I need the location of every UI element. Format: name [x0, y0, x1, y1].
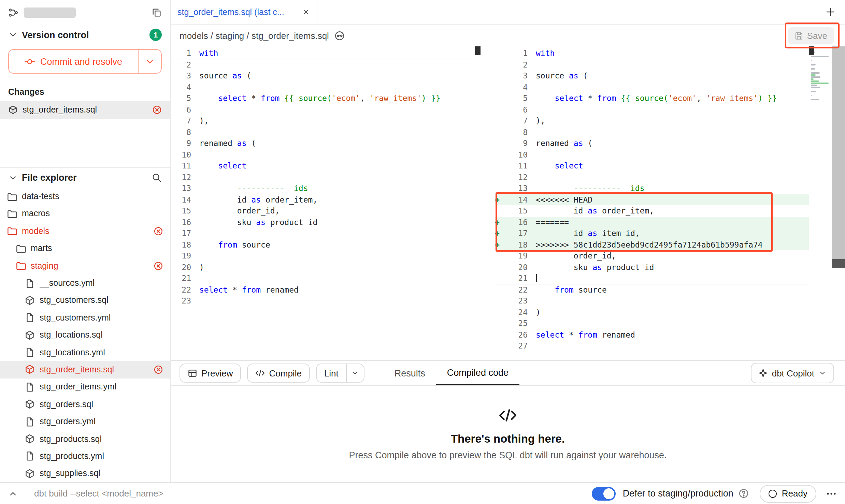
- code-line[interactable]: 11 select: [495, 160, 809, 172]
- code-line[interactable]: 25: [495, 318, 809, 329]
- code-line[interactable]: +14<<<<<<< HEAD: [495, 194, 809, 205]
- commit-button-caret[interactable]: [138, 50, 161, 73]
- file-tree-item[interactable]: __sources.yml: [0, 275, 170, 292]
- code-line[interactable]: 2: [495, 59, 809, 70]
- scrollbar-thumb[interactable]: [832, 259, 845, 268]
- file-tree-item[interactable]: stg_locations.sql: [0, 326, 170, 344]
- file-tree-item[interactable]: stg_orders.yml: [0, 413, 170, 430]
- save-button[interactable]: Save: [788, 27, 834, 44]
- code-line[interactable]: 22select * from renamed: [171, 284, 474, 295]
- tab-compiled-code[interactable]: Compiled code: [436, 361, 519, 385]
- code-line[interactable]: 12: [171, 172, 474, 183]
- compile-button[interactable]: Compile: [247, 364, 310, 383]
- code-line[interactable]: 5 select * from {{ source('ecom', 'raw_i…: [171, 93, 474, 104]
- tab-stg-order-items[interactable]: stg_order_items.sql (last c...: [171, 0, 317, 24]
- code-line[interactable]: 14 id as order_item,: [171, 194, 474, 205]
- code-line[interactable]: 4: [495, 81, 809, 93]
- code-line[interactable]: 21: [171, 273, 474, 284]
- code-line[interactable]: 1with: [495, 48, 809, 59]
- file-tree-item[interactable]: data-tests: [0, 188, 170, 205]
- circle-x-icon[interactable]: [152, 105, 162, 115]
- file-explorer-header[interactable]: File explorer: [0, 167, 170, 188]
- code-line[interactable]: 3source as (: [495, 70, 809, 81]
- code-line[interactable]: 12: [495, 172, 809, 183]
- code-line[interactable]: 7),: [495, 115, 809, 127]
- preview-button[interactable]: Preview: [180, 364, 241, 383]
- code-line[interactable]: 10: [171, 149, 474, 160]
- copy-icon[interactable]: [152, 7, 162, 17]
- code-line[interactable]: +18>>>>>>> 58c1dd23d5eebd9cd2495fa7124ab…: [495, 239, 809, 250]
- code-line[interactable]: 10: [495, 149, 809, 160]
- editor-pane-left[interactable]: 1with23source as (45 select * from {{ so…: [171, 46, 474, 360]
- code-line[interactable]: 1with: [171, 48, 474, 59]
- file-tree-item[interactable]: models: [0, 222, 170, 240]
- code-line[interactable]: 15 order_id,: [171, 205, 474, 217]
- code-line[interactable]: +16=======: [495, 217, 809, 228]
- file-tree-item[interactable]: stg_order_items.sql: [0, 361, 170, 379]
- more-options-icon[interactable]: [826, 488, 837, 499]
- code-line[interactable]: 15 id as order_item,: [495, 205, 809, 217]
- code-line[interactable]: 23: [495, 295, 809, 307]
- lineage-icon[interactable]: [334, 30, 345, 41]
- file-tree-item[interactable]: marts: [0, 240, 170, 257]
- file-tree-item[interactable]: stg_products.sql: [0, 430, 170, 448]
- code-line[interactable]: 19 order_id,: [495, 250, 809, 262]
- code-line[interactable]: 11 select: [171, 160, 474, 172]
- file-tree-item[interactable]: staging: [0, 257, 170, 275]
- close-icon[interactable]: [302, 8, 310, 16]
- lint-dropdown-caret[interactable]: [346, 364, 364, 382]
- version-control-header[interactable]: Version control 1: [0, 25, 170, 45]
- minimap-slider[interactable]: [809, 46, 814, 55]
- code-line[interactable]: 23: [171, 295, 474, 307]
- code-line[interactable]: 21: [495, 273, 809, 284]
- tab-results[interactable]: Results: [384, 361, 436, 385]
- code-line[interactable]: 17: [171, 228, 474, 239]
- commit-button-main[interactable]: Commit and resolve: [9, 50, 138, 73]
- code-line[interactable]: 8: [495, 127, 809, 138]
- file-tree-item[interactable]: stg_products.yml: [0, 447, 170, 465]
- code-line[interactable]: 4: [171, 81, 474, 93]
- code-line[interactable]: +17 id as item_id,: [495, 228, 809, 239]
- minimap[interactable]: [809, 46, 832, 360]
- code-line[interactable]: 3source as (: [171, 70, 474, 81]
- vertical-scrollbar[interactable]: [832, 46, 845, 360]
- file-tree-item[interactable]: stg_customers.yml: [0, 309, 170, 326]
- code-line[interactable]: 6: [171, 104, 474, 115]
- code-line[interactable]: 6: [495, 104, 809, 115]
- code-line[interactable]: 2: [171, 59, 474, 70]
- pane-divider[interactable]: [474, 46, 481, 360]
- file-tree-item[interactable]: stg_orders.sql: [0, 396, 170, 413]
- code-line[interactable]: 5 select * from {{ source('ecom', 'raw_i…: [495, 93, 809, 104]
- lint-button[interactable]: Lint: [317, 364, 346, 382]
- circle-x-icon[interactable]: [154, 261, 163, 270]
- file-tree-item[interactable]: stg_supplies.sql: [0, 465, 170, 482]
- left-scrollbar-thumb[interactable]: [475, 46, 481, 55]
- code-line[interactable]: 20): [171, 262, 474, 273]
- file-tree-item[interactable]: stg_order_items.yml: [0, 378, 170, 396]
- dbt-copilot-button[interactable]: dbt Copilot: [751, 363, 834, 383]
- new-tab-icon[interactable]: [825, 7, 835, 17]
- circle-x-icon[interactable]: [154, 365, 163, 374]
- code-line[interactable]: 13 ---------- ids: [495, 183, 809, 194]
- code-line[interactable]: 9renamed as (: [171, 138, 474, 149]
- code-line[interactable]: 13 ---------- ids: [171, 183, 474, 194]
- file-tree-item[interactable]: stg_locations.yml: [0, 344, 170, 361]
- code-line[interactable]: 22 from source: [495, 284, 809, 295]
- defer-toggle[interactable]: [592, 487, 616, 500]
- code-line[interactable]: 20 sku as product_id: [495, 262, 809, 273]
- code-line[interactable]: 27: [495, 340, 809, 352]
- code-line[interactable]: 7),: [171, 115, 474, 127]
- search-icon[interactable]: [152, 173, 162, 183]
- file-tree-item[interactable]: stg_customers.sql: [0, 292, 170, 309]
- help-icon[interactable]: [739, 488, 749, 499]
- file-tree-item[interactable]: macros: [0, 205, 170, 223]
- code-line[interactable]: 18 from source: [171, 239, 474, 250]
- expand-command-bar-icon[interactable]: [8, 489, 18, 498]
- scrollbar-track[interactable]: [832, 46, 845, 268]
- code-line[interactable]: 24): [495, 307, 809, 318]
- code-line[interactable]: 9renamed as (: [495, 138, 809, 149]
- editor-pane-right[interactable]: 1with 2 3source as ( 4 5 select * from {…: [481, 46, 809, 360]
- ide-status-pill[interactable]: Ready: [760, 485, 816, 502]
- change-item[interactable]: stg_order_items.sql: [0, 101, 170, 119]
- code-line[interactable]: 19: [171, 250, 474, 262]
